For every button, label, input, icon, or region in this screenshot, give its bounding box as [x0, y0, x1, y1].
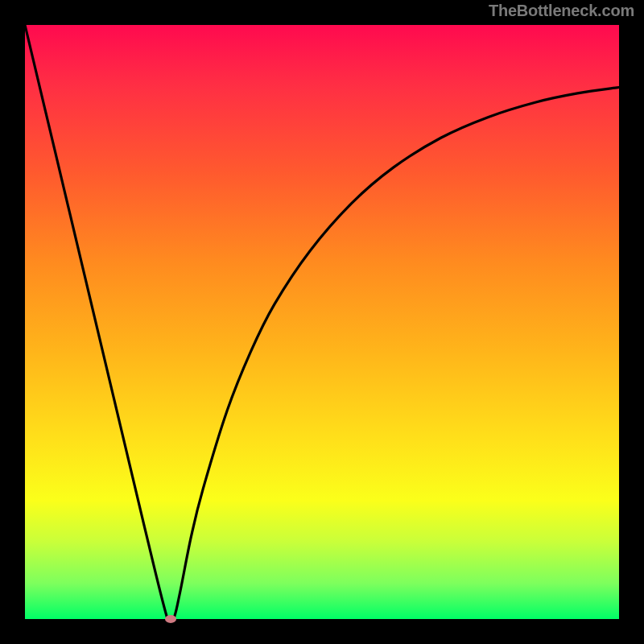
chart-frame: TheBottleneck.com	[0, 0, 644, 644]
plot-area	[25, 25, 619, 619]
attribution-label: TheBottleneck.com	[489, 2, 634, 20]
optimum-marker	[165, 615, 176, 623]
bottleneck-curve	[25, 25, 619, 628]
curve-svg	[25, 25, 619, 619]
